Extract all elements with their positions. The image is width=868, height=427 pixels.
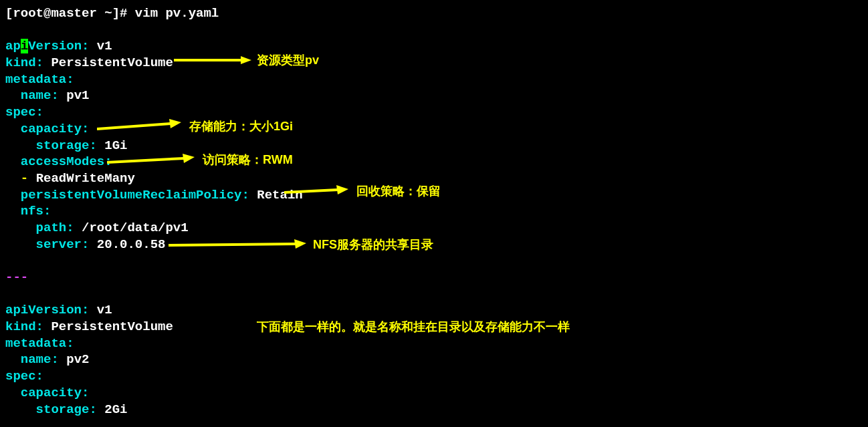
yaml-storage-2[interactable]: storage: 2Gi	[5, 402, 863, 418]
annotation-reclaimpolicy: 回收策略：保留	[356, 184, 441, 199]
yaml-apiversion-2[interactable]: apiVersion: v1	[5, 302, 863, 319]
yaml-nfs-1[interactable]: nfs:	[5, 203, 863, 220]
yaml-server-1[interactable]: server: 20.0.0.58	[5, 237, 863, 253]
blank-line	[5, 253, 863, 269]
yaml-capacity-1[interactable]: capacity:	[5, 121, 863, 138]
terminal-prompt: [root@master ~]# vim pv.yaml	[5, 5, 863, 22]
yaml-spec-1[interactable]: spec:	[5, 104, 863, 121]
yaml-accessmodes-1[interactable]: accessModes:	[5, 154, 863, 170]
annotation-section2: 下面都是一样的。就是名称和挂在目录以及存储能力不一样	[257, 319, 570, 335]
yaml-name-1[interactable]: name: pv1	[5, 88, 863, 104]
annotation-capacity: 存储能力：大小1Gi	[189, 119, 293, 134]
yaml-spec-2[interactable]: spec:	[5, 368, 863, 385]
yaml-capacity-2[interactable]: capacity:	[5, 385, 863, 402]
yaml-separator[interactable]: ---	[5, 269, 863, 286]
yaml-name-2[interactable]: name: pv2	[5, 351, 863, 368]
annotation-server: NFS服务器的共享目录	[313, 237, 433, 253]
yaml-kind-1[interactable]: kind: PersistentVolume	[5, 55, 863, 72]
yaml-apiversion-1[interactable]: apiVersion: v1	[5, 38, 863, 55]
annotation-kind: 资源类型pv	[257, 53, 319, 68]
yaml-storage-1[interactable]: storage: 1Gi	[5, 138, 863, 154]
blank-line	[5, 22, 863, 39]
yaml-path-1[interactable]: path: /root/data/pv1	[5, 220, 863, 237]
annotation-accessmodes: 访问策略：RWM	[203, 152, 293, 168]
blank-line	[5, 286, 863, 303]
yaml-metadata-2[interactable]: metadata:	[5, 335, 863, 352]
cursor: i	[21, 39, 28, 53]
yaml-metadata-1[interactable]: metadata:	[5, 72, 863, 88]
